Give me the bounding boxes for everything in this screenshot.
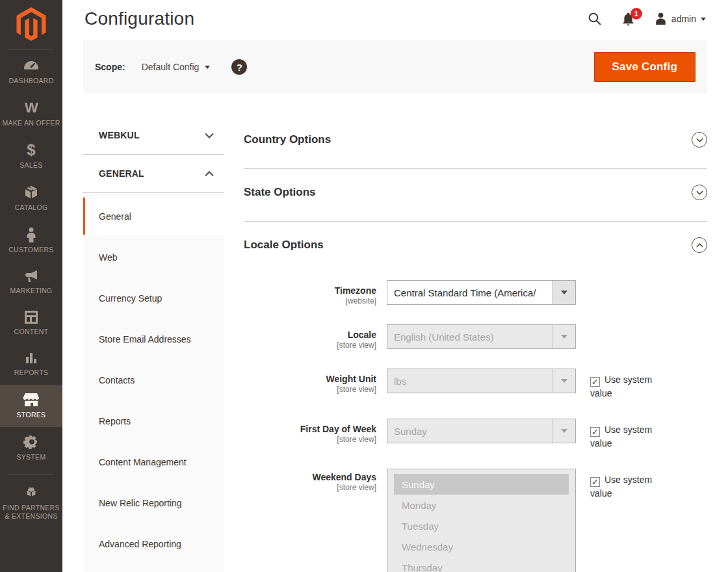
scope-help-button[interactable]: ?	[231, 59, 247, 75]
checkbox-checked-icon[interactable]	[590, 427, 600, 437]
config-nav-item-store-email-addresses[interactable]: Store Email Addresses	[83, 318, 224, 359]
field-scope-hint: [store view]	[244, 341, 376, 350]
field-label: Weight Unit	[244, 374, 376, 385]
admin-sidebar: DASHBOARD W MAKE AN OFFER $ SALES CATALO…	[0, 0, 62, 572]
sidebar-item-reports[interactable]: REPORTS	[0, 344, 62, 385]
sidebar-item-catalog[interactable]: CATALOG	[0, 177, 62, 220]
config-nav-item-label: Contacts	[99, 375, 135, 385]
section-title: Country Options	[244, 133, 331, 146]
use-system-value-control[interactable]: Use system value	[590, 374, 652, 398]
sidebar-item-label: SALES	[20, 161, 42, 170]
sidebar-item-marketing[interactable]: MARKETING	[0, 262, 62, 303]
chevron-down-icon	[696, 138, 703, 142]
user-icon	[655, 12, 667, 25]
page-title: Configuration	[84, 8, 194, 29]
config-nav-section-webkul[interactable]: WEBKUL	[83, 116, 224, 155]
config-nav-item-currency-setup[interactable]: Currency Setup	[83, 278, 224, 318]
checkbox-checked-icon[interactable]	[590, 377, 600, 387]
magento-logo-icon	[16, 7, 46, 41]
sidebar-item-label: FIND PARTNERS & EXTENSIONS	[2, 504, 60, 521]
weekend-day-option-wednesday: Wednesday	[394, 536, 569, 557]
expand-section-button[interactable]	[692, 132, 707, 148]
config-nav-section-general[interactable]: GENERAL	[83, 155, 224, 193]
chevron-down-icon	[696, 190, 703, 195]
section-locale-options-header[interactable]: Locale Options	[244, 237, 707, 253]
checkbox-checked-icon[interactable]	[590, 477, 600, 487]
sidebar-item-label: SYSTEM	[17, 453, 46, 462]
form-row-locale: Locale [store view] English (United Stat…	[244, 324, 707, 350]
weight-unit-select: lbs	[387, 369, 576, 393]
locale-select: English (United States)	[387, 324, 576, 349]
timezone-select-value: Central Standard Time (America/	[387, 281, 552, 304]
chevron-up-icon	[696, 243, 703, 248]
collapse-section-button[interactable]	[692, 237, 707, 253]
field-label: First Day of Week	[244, 424, 376, 435]
select-dropdown-button[interactable]	[552, 281, 575, 304]
catalog-icon	[23, 185, 39, 200]
config-nav-item-label: General	[99, 211, 131, 222]
timezone-select[interactable]: Central Standard Time (America/	[387, 280, 576, 305]
section-state-options-header[interactable]: State Options	[244, 185, 707, 200]
locale-options-form: Timezone [website] Central Standard Time…	[244, 280, 707, 572]
customers-icon	[25, 227, 38, 242]
section-locale-options: Locale Options Timezone [website]	[244, 222, 707, 572]
notifications-button[interactable]: 1	[621, 12, 635, 26]
config-nav-item-reports[interactable]: Reports	[83, 400, 224, 441]
chevron-down-icon	[205, 133, 214, 138]
magento-logo[interactable]	[0, 0, 62, 49]
field-scope-hint: [store view]	[244, 435, 376, 445]
chevron-down-icon	[701, 18, 706, 21]
config-nav-section-label: WEBKUL	[99, 130, 140, 140]
content-icon	[24, 310, 38, 324]
sidebar-item-dashboard[interactable]: DASHBOARD	[0, 52, 62, 93]
config-nav-item-web[interactable]: Web	[83, 237, 224, 278]
section-title: State Options	[244, 186, 316, 199]
save-config-button[interactable]: Save Config	[594, 52, 696, 82]
config-nav: WEBKUL GENERAL General Web Currency Setu…	[83, 116, 224, 572]
search-button[interactable]	[588, 12, 602, 26]
expand-section-button[interactable]	[692, 185, 707, 200]
select-dropdown-button	[552, 325, 575, 348]
stores-icon	[23, 392, 40, 408]
config-nav-item-contacts[interactable]: Contacts	[83, 359, 224, 400]
search-icon	[588, 12, 602, 26]
make-an-offer-icon: W	[25, 100, 38, 116]
sidebar-item-make-an-offer[interactable]: W MAKE AN OFFER	[0, 93, 62, 135]
form-row-first-day-of-week: First Day of Week [store view] Sunday Us…	[244, 419, 707, 450]
field-label: Timezone	[244, 285, 376, 296]
config-nav-item-general[interactable]: General	[83, 198, 224, 235]
sidebar-item-stores[interactable]: STORES	[0, 385, 62, 427]
sidebar-item-system[interactable]: SYSTEM	[0, 427, 62, 469]
sidebar-item-label: CUSTOMERS	[8, 246, 54, 254]
field-scope-hint: [store view]	[244, 385, 376, 395]
scope-bar: Scope: Default Config ? Save Config	[83, 40, 707, 94]
section-country-options: Country Options	[244, 116, 707, 169]
sidebar-item-sales[interactable]: $ SALES	[0, 135, 62, 177]
config-nav-item-label: Reports	[99, 416, 131, 426]
sidebar-divider	[8, 49, 54, 49]
sidebar-item-find-partners-extensions[interactable]: FIND PARTNERS & EXTENSIONS	[0, 478, 62, 528]
config-nav-items: General Web Currency Setup Store Email A…	[83, 193, 224, 572]
content-area: WEBKUL GENERAL General Web Currency Setu…	[62, 94, 728, 572]
field-label: Locale	[244, 330, 376, 341]
form-row-weekend-days: Weekend Days [store view] Sunday Monday …	[244, 469, 707, 572]
section-country-options-header[interactable]: Country Options	[244, 132, 707, 148]
sidebar-item-content[interactable]: CONTENT	[0, 303, 62, 344]
scope-label: Scope:	[95, 62, 125, 72]
config-nav-item-label: New Relic Reporting	[99, 498, 182, 508]
locale-select-value: English (United States)	[387, 325, 552, 348]
config-nav-item-advanced-reporting[interactable]: Advanced Reporting	[83, 523, 224, 564]
sidebar-item-label: REPORTS	[14, 369, 49, 377]
scope-switcher[interactable]: Default Config	[142, 62, 211, 72]
weekend-days-multiselect: Sunday Monday Tuesday Wednesday Thursday…	[387, 469, 576, 572]
sidebar-item-label: MAKE AN OFFER	[2, 119, 60, 127]
config-nav-item-label: Currency Setup	[99, 293, 162, 304]
admin-menu-button[interactable]: admin	[655, 12, 706, 25]
use-system-value-control[interactable]: Use system value	[590, 474, 652, 499]
config-nav-item-new-relic-reporting[interactable]: New Relic Reporting	[83, 482, 224, 523]
notification-badge: 1	[630, 8, 642, 20]
config-nav-item-content-management[interactable]: Content Management	[83, 441, 224, 482]
sidebar-item-customers[interactable]: CUSTOMERS	[0, 220, 62, 262]
use-system-value-control[interactable]: Use system value	[590, 424, 652, 448]
sales-icon: $	[27, 142, 35, 158]
